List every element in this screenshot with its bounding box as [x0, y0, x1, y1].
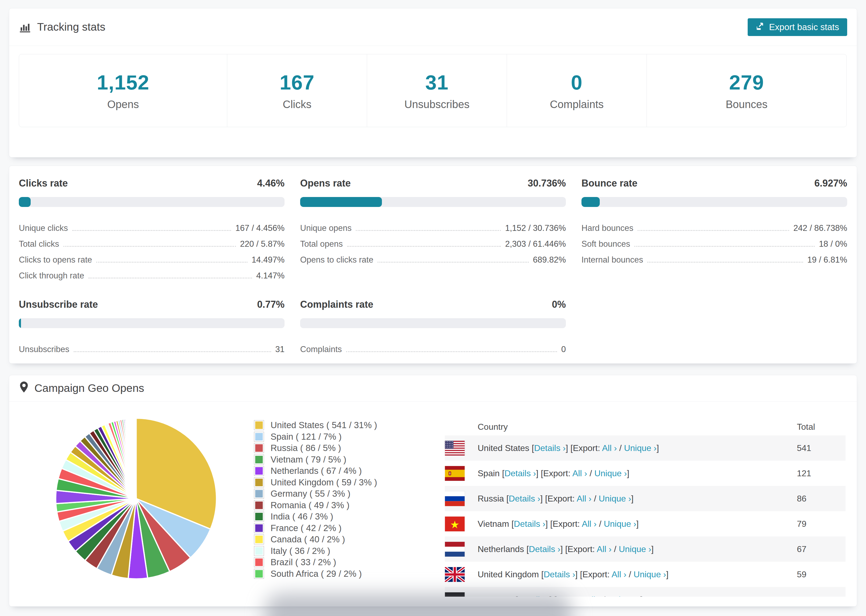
progress-bar-fill — [581, 197, 600, 207]
export-all-link[interactable]: All › — [586, 595, 601, 597]
punctuation: ] [Export: — [561, 544, 597, 554]
export-unique-link[interactable]: Unique › — [594, 468, 627, 478]
export-unique-link[interactable]: Unique › — [608, 595, 640, 597]
details-link[interactable]: Details › — [543, 569, 575, 579]
dotted-leader — [635, 246, 815, 247]
export-unique-link[interactable]: Unique › — [604, 519, 636, 529]
legend-swatch — [254, 466, 264, 476]
legend-swatch — [254, 511, 264, 522]
rate-detail-value: 31 — [276, 344, 285, 354]
rate-detail-row: Internal bounces19 / 6.81% — [581, 249, 847, 265]
legend-item: United Kingdom ( 59 / 3% ) — [254, 477, 377, 488]
rate-detail-label: Total clicks — [19, 239, 59, 249]
details-link[interactable]: Details › — [509, 494, 540, 503]
column-header-country: Country — [478, 422, 797, 432]
rate-title: Clicks rate — [19, 178, 68, 189]
rate-detail-row: Unique opens1,152 / 30.736% — [300, 217, 566, 233]
export-unique-link[interactable]: Unique › — [624, 443, 657, 453]
stat-value: 167 — [280, 71, 315, 94]
export-all-link[interactable]: All › — [576, 494, 591, 503]
details-link[interactable]: Details › — [529, 544, 560, 554]
export-all-link[interactable]: All › — [582, 519, 597, 529]
details-link[interactable]: Details › — [518, 595, 549, 597]
export-all-link[interactable]: All › — [612, 569, 627, 579]
legend-swatch — [254, 432, 264, 442]
tracking-stats-panel: Tracking stats Export basic stats 1,152O… — [9, 8, 857, 157]
geo-country-cell: United States [Details ›] [Export: All ›… — [478, 443, 797, 453]
geo-country-cell: Germany [Details ›] [Export: All › / Uni… — [478, 595, 797, 597]
stat-cell-unsubscribes: 31Unsubscribes — [367, 54, 507, 127]
progress-bar — [300, 318, 566, 328]
geo-total-value: 86 — [797, 494, 846, 504]
legend-item: India ( 46 / 3% ) — [254, 511, 377, 522]
rate-title: Opens rate — [300, 178, 351, 189]
rate-detail-label: Soft bounces — [581, 239, 630, 249]
legend-label: Netherlands ( 67 / 4% ) — [271, 466, 362, 476]
legend-swatch — [254, 500, 264, 511]
rate-value: 6.927% — [814, 178, 847, 189]
rate-detail-value: 19 / 6.81% — [808, 255, 847, 265]
legend-label: United Kingdom ( 59 / 3% ) — [271, 477, 377, 487]
geo-total-value: 67 — [797, 544, 846, 554]
geo-header: Campaign Geo Opens — [9, 375, 857, 402]
dotted-leader — [356, 230, 501, 231]
dotted-leader — [88, 278, 252, 278]
legend-label: United States ( 541 / 31% ) — [271, 420, 377, 430]
de-flag-icon — [445, 592, 478, 597]
rate-detail-label: Unsubscribes — [19, 344, 69, 354]
details-link[interactable]: Details › — [514, 519, 545, 529]
geo-total-value: 121 — [797, 468, 846, 478]
legend-label: Italy ( 36 / 2% ) — [271, 546, 330, 556]
export-all-link[interactable]: All › — [572, 468, 587, 478]
geo-country-cell: Vietnam [Details ›] [Export: All › / Uni… — [478, 519, 797, 529]
legend-swatch — [254, 489, 264, 499]
rate-detail-label: Complaints — [300, 344, 342, 354]
punctuation: ] — [657, 443, 659, 453]
export-all-link[interactable]: All › — [597, 544, 612, 554]
geo-country-cell: Netherlands [Details ›] [Export: All › /… — [478, 544, 797, 554]
details-link[interactable]: Details › — [505, 468, 536, 478]
export-unique-link[interactable]: Unique › — [599, 494, 631, 503]
rate-detail-label: Unique opens — [300, 223, 351, 233]
geo-country-name: Netherlands — [478, 544, 524, 554]
punctuation: ] — [627, 468, 629, 478]
rate-detail-row: Total opens2,303 / 61.446% — [300, 233, 566, 249]
progress-bar — [19, 197, 285, 207]
legend-item: Brazil ( 33 / 2% ) — [254, 556, 377, 568]
geo-total-value: 541 — [797, 443, 846, 453]
ru-flag-icon — [445, 491, 478, 506]
stat-cell-clicks: 167Clicks — [227, 54, 367, 127]
legend-item: United States ( 541 / 31% ) — [254, 420, 377, 431]
punctuation: [ — [513, 595, 518, 597]
punctuation: ] [Export: — [540, 494, 576, 503]
punctuation: / — [587, 468, 594, 478]
legend-label: South Africa ( 29 / 2% ) — [271, 569, 362, 579]
stat-label: Bounces — [726, 98, 768, 110]
stat-label: Complaints — [550, 98, 603, 110]
punctuation: ] [Export: — [575, 569, 612, 579]
stat-value: 0 — [571, 71, 583, 94]
rate-value: 0.77% — [257, 299, 285, 310]
rate-detail-value: 220 / 5.87% — [240, 239, 285, 249]
dotted-leader — [346, 351, 557, 352]
geo-country-cell: Russia [Details ›] [Export: All › / Uniq… — [478, 494, 797, 504]
legend-label: Russia ( 86 / 5% ) — [271, 443, 341, 453]
legend-swatch — [254, 557, 264, 567]
legend-item: South Africa ( 29 / 2% ) — [254, 568, 377, 580]
details-link[interactable]: Details › — [534, 443, 565, 453]
progress-bar-fill — [19, 318, 21, 328]
rate-detail-value: 167 / 4.456% — [235, 223, 285, 233]
export-basic-stats-button[interactable]: Export basic stats — [748, 18, 847, 36]
legend-item: Netherlands ( 67 / 4% ) — [254, 465, 377, 477]
stat-label: Unsubscribes — [404, 98, 469, 110]
dotted-leader — [63, 246, 236, 247]
legend-swatch — [254, 477, 264, 487]
geo-pie-chart — [54, 416, 218, 581]
export-unique-link[interactable]: Unique › — [619, 544, 651, 554]
export-all-link[interactable]: All › — [602, 443, 617, 453]
punctuation: [ — [509, 519, 514, 529]
page-title: Tracking stats — [37, 21, 105, 33]
rate-detail-label: Total opens — [300, 239, 343, 249]
punctuation: ] [Export: — [565, 443, 602, 453]
export-unique-link[interactable]: Unique › — [634, 569, 666, 579]
